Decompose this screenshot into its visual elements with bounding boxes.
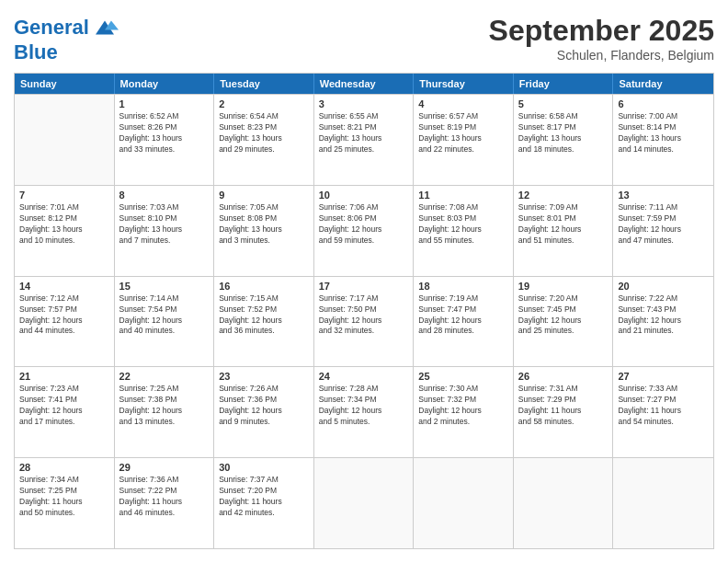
day-number: 25 bbox=[418, 371, 508, 382]
day-number: 13 bbox=[618, 190, 709, 201]
day-number: 5 bbox=[518, 98, 609, 109]
header: General Blue September 2025 Schulen, Fla… bbox=[14, 14, 714, 63]
logo: General Blue bbox=[14, 14, 119, 63]
day-number: 22 bbox=[119, 371, 210, 382]
day-info: Sunrise: 7:23 AM Sunset: 7:41 PM Dayligh… bbox=[19, 384, 109, 428]
week-row-1: 1Sunrise: 6:52 AM Sunset: 8:26 PM Daylig… bbox=[15, 94, 713, 185]
day-cell-4-0: 28Sunrise: 7:34 AM Sunset: 7:25 PM Dayli… bbox=[15, 458, 115, 548]
calendar: Sunday Monday Tuesday Wednesday Thursday… bbox=[14, 73, 714, 549]
day-cell-3-4: 25Sunrise: 7:30 AM Sunset: 7:32 PM Dayli… bbox=[414, 367, 514, 457]
day-info: Sunrise: 7:14 AM Sunset: 7:54 PM Dayligh… bbox=[119, 293, 210, 338]
day-number: 1 bbox=[119, 98, 210, 109]
logo-blue: Blue bbox=[14, 41, 119, 63]
day-info: Sunrise: 7:06 AM Sunset: 8:06 PM Dayligh… bbox=[319, 202, 409, 247]
day-cell-2-2: 16Sunrise: 7:15 AM Sunset: 7:52 PM Dayli… bbox=[214, 277, 314, 367]
day-number: 2 bbox=[219, 98, 309, 109]
day-number: 28 bbox=[19, 462, 109, 473]
day-number: 30 bbox=[219, 462, 309, 473]
day-info: Sunrise: 7:15 AM Sunset: 7:52 PM Dayligh… bbox=[219, 293, 309, 338]
day-info: Sunrise: 7:25 AM Sunset: 7:38 PM Dayligh… bbox=[119, 384, 210, 428]
day-number: 17 bbox=[319, 281, 409, 292]
day-info: Sunrise: 7:37 AM Sunset: 7:20 PM Dayligh… bbox=[219, 475, 309, 519]
day-info: Sunrise: 7:00 AM Sunset: 8:14 PM Dayligh… bbox=[618, 111, 709, 155]
day-number: 16 bbox=[219, 281, 309, 292]
header-thursday: Thursday bbox=[414, 74, 514, 94]
day-cell-0-1: 1Sunrise: 6:52 AM Sunset: 8:26 PM Daylig… bbox=[115, 95, 215, 185]
header-sunday: Sunday bbox=[15, 74, 115, 94]
day-info: Sunrise: 7:30 AM Sunset: 7:32 PM Dayligh… bbox=[418, 384, 508, 428]
logo-general: General bbox=[14, 16, 89, 39]
day-number: 7 bbox=[19, 190, 109, 201]
day-info: Sunrise: 7:12 AM Sunset: 7:57 PM Dayligh… bbox=[19, 293, 109, 338]
day-info: Sunrise: 7:05 AM Sunset: 8:08 PM Dayligh… bbox=[219, 202, 309, 247]
day-info: Sunrise: 7:19 AM Sunset: 7:47 PM Dayligh… bbox=[418, 293, 508, 338]
header-saturday: Saturday bbox=[613, 74, 713, 94]
day-number: 21 bbox=[19, 371, 109, 382]
calendar-body: 1Sunrise: 6:52 AM Sunset: 8:26 PM Daylig… bbox=[15, 94, 713, 548]
day-info: Sunrise: 7:28 AM Sunset: 7:34 PM Dayligh… bbox=[319, 384, 409, 428]
day-info: Sunrise: 7:09 AM Sunset: 8:01 PM Dayligh… bbox=[518, 202, 609, 247]
day-cell-3-1: 22Sunrise: 7:25 AM Sunset: 7:38 PM Dayli… bbox=[115, 367, 215, 457]
day-cell-3-0: 21Sunrise: 7:23 AM Sunset: 7:41 PM Dayli… bbox=[15, 367, 115, 457]
page: General Blue September 2025 Schulen, Fla… bbox=[0, 0, 728, 563]
day-cell-2-4: 18Sunrise: 7:19 AM Sunset: 7:47 PM Dayli… bbox=[414, 277, 514, 367]
day-info: Sunrise: 6:54 AM Sunset: 8:23 PM Dayligh… bbox=[219, 111, 309, 155]
day-number: 12 bbox=[518, 190, 609, 201]
logo-text: General bbox=[14, 17, 89, 39]
day-cell-4-4 bbox=[414, 458, 514, 548]
day-cell-1-5: 12Sunrise: 7:09 AM Sunset: 8:01 PM Dayli… bbox=[514, 186, 614, 276]
day-number: 20 bbox=[618, 281, 709, 292]
day-info: Sunrise: 6:52 AM Sunset: 8:26 PM Dayligh… bbox=[119, 111, 210, 155]
day-cell-3-3: 24Sunrise: 7:28 AM Sunset: 7:34 PM Dayli… bbox=[314, 367, 415, 457]
day-cell-1-6: 13Sunrise: 7:11 AM Sunset: 7:59 PM Dayli… bbox=[613, 186, 713, 276]
day-number: 8 bbox=[119, 190, 210, 201]
day-info: Sunrise: 6:55 AM Sunset: 8:21 PM Dayligh… bbox=[319, 111, 409, 155]
day-number: 3 bbox=[319, 98, 409, 109]
calendar-header: Sunday Monday Tuesday Wednesday Thursday… bbox=[15, 74, 713, 94]
day-cell-1-1: 8Sunrise: 7:03 AM Sunset: 8:10 PM Daylig… bbox=[115, 186, 215, 276]
day-info: Sunrise: 7:08 AM Sunset: 8:03 PM Dayligh… bbox=[418, 202, 508, 247]
day-cell-0-5: 5Sunrise: 6:58 AM Sunset: 8:17 PM Daylig… bbox=[514, 95, 614, 185]
day-cell-0-4: 4Sunrise: 6:57 AM Sunset: 8:19 PM Daylig… bbox=[414, 95, 514, 185]
day-number: 15 bbox=[119, 281, 210, 292]
title-block: September 2025 Schulen, Flanders, Belgiu… bbox=[489, 14, 714, 63]
day-cell-0-3: 3Sunrise: 6:55 AM Sunset: 8:21 PM Daylig… bbox=[314, 95, 415, 185]
day-cell-2-1: 15Sunrise: 7:14 AM Sunset: 7:54 PM Dayli… bbox=[115, 277, 215, 367]
day-cell-0-2: 2Sunrise: 6:54 AM Sunset: 8:23 PM Daylig… bbox=[214, 95, 314, 185]
day-number: 11 bbox=[418, 190, 508, 201]
day-number: 18 bbox=[418, 281, 508, 292]
day-info: Sunrise: 7:31 AM Sunset: 7:29 PM Dayligh… bbox=[518, 384, 609, 428]
day-cell-2-5: 19Sunrise: 7:20 AM Sunset: 7:45 PM Dayli… bbox=[514, 277, 614, 367]
header-wednesday: Wednesday bbox=[314, 74, 415, 94]
day-number: 4 bbox=[418, 98, 508, 109]
day-cell-3-5: 26Sunrise: 7:31 AM Sunset: 7:29 PM Dayli… bbox=[514, 367, 614, 457]
day-number: 10 bbox=[319, 190, 409, 201]
day-info: Sunrise: 7:01 AM Sunset: 8:12 PM Dayligh… bbox=[19, 202, 109, 247]
subtitle: Schulen, Flanders, Belgium bbox=[489, 48, 714, 63]
day-info: Sunrise: 7:17 AM Sunset: 7:50 PM Dayligh… bbox=[319, 293, 409, 338]
day-cell-1-4: 11Sunrise: 7:08 AM Sunset: 8:03 PM Dayli… bbox=[414, 186, 514, 276]
week-row-4: 21Sunrise: 7:23 AM Sunset: 7:41 PM Dayli… bbox=[15, 366, 713, 457]
week-row-2: 7Sunrise: 7:01 AM Sunset: 8:12 PM Daylig… bbox=[15, 185, 713, 276]
day-cell-2-3: 17Sunrise: 7:17 AM Sunset: 7:50 PM Dayli… bbox=[314, 277, 415, 367]
day-cell-3-6: 27Sunrise: 7:33 AM Sunset: 7:27 PM Dayli… bbox=[613, 367, 713, 457]
day-number: 29 bbox=[119, 462, 210, 473]
day-cell-2-0: 14Sunrise: 7:12 AM Sunset: 7:57 PM Dayli… bbox=[15, 277, 115, 367]
day-number: 27 bbox=[618, 371, 709, 382]
day-number: 19 bbox=[518, 281, 609, 292]
header-tuesday: Tuesday bbox=[214, 74, 314, 94]
day-cell-0-0 bbox=[15, 95, 115, 185]
day-cell-1-2: 9Sunrise: 7:05 AM Sunset: 8:08 PM Daylig… bbox=[214, 186, 314, 276]
day-info: Sunrise: 7:36 AM Sunset: 7:22 PM Dayligh… bbox=[119, 475, 210, 519]
day-info: Sunrise: 7:34 AM Sunset: 7:25 PM Dayligh… bbox=[19, 475, 109, 519]
day-info: Sunrise: 7:26 AM Sunset: 7:36 PM Dayligh… bbox=[219, 384, 309, 428]
day-cell-3-2: 23Sunrise: 7:26 AM Sunset: 7:36 PM Dayli… bbox=[214, 367, 314, 457]
day-info: Sunrise: 6:57 AM Sunset: 8:19 PM Dayligh… bbox=[418, 111, 508, 155]
day-cell-4-3 bbox=[314, 458, 415, 548]
day-cell-1-0: 7Sunrise: 7:01 AM Sunset: 8:12 PM Daylig… bbox=[15, 186, 115, 276]
day-number: 26 bbox=[518, 371, 609, 382]
week-row-3: 14Sunrise: 7:12 AM Sunset: 7:57 PM Dayli… bbox=[15, 276, 713, 367]
day-info: Sunrise: 6:58 AM Sunset: 8:17 PM Dayligh… bbox=[518, 111, 609, 155]
day-info: Sunrise: 7:20 AM Sunset: 7:45 PM Dayligh… bbox=[518, 293, 609, 338]
day-number: 9 bbox=[219, 190, 309, 201]
